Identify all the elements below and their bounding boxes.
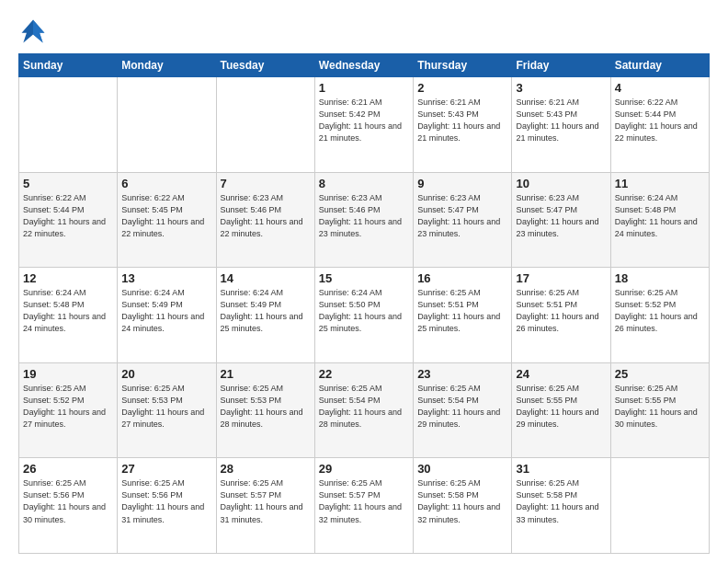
day-info: Sunrise: 6:25 AMSunset: 5:56 PMDaylight:… <box>121 477 211 525</box>
day-info: Sunrise: 6:25 AMSunset: 5:52 PMDaylight:… <box>23 383 113 431</box>
day-number: 15 <box>319 271 409 285</box>
day-info: Sunrise: 6:25 AMSunset: 5:57 PMDaylight:… <box>319 477 409 525</box>
calendar-day-cell: 9Sunrise: 6:23 AMSunset: 5:47 PMDaylight… <box>414 172 512 268</box>
day-number: 11 <box>615 177 705 190</box>
day-info: Sunrise: 6:24 AMSunset: 5:49 PMDaylight:… <box>221 287 311 335</box>
calendar-day-cell: 28Sunrise: 6:25 AMSunset: 5:57 PMDayligh… <box>216 458 314 554</box>
logo-icon <box>18 17 48 46</box>
calendar-day-cell: 25Sunrise: 6:25 AMSunset: 5:55 PMDayligh… <box>610 362 709 458</box>
day-info: Sunrise: 6:25 AMSunset: 5:51 PMDaylight:… <box>516 287 606 335</box>
calendar-day-cell: 13Sunrise: 6:24 AMSunset: 5:49 PMDayligh… <box>118 268 216 363</box>
day-info: Sunrise: 6:25 AMSunset: 5:54 PMDaylight:… <box>417 383 507 431</box>
day-number: 14 <box>221 271 311 285</box>
day-number: 12 <box>23 271 113 285</box>
day-info: Sunrise: 6:23 AMSunset: 5:47 PMDaylight:… <box>516 192 606 240</box>
header <box>18 17 710 46</box>
calendar-week-row: 19Sunrise: 6:25 AMSunset: 5:52 PMDayligh… <box>19 362 710 458</box>
day-number: 20 <box>121 367 211 381</box>
day-info: Sunrise: 6:22 AMSunset: 5:45 PMDaylight:… <box>121 192 211 240</box>
calendar-day-cell: 22Sunrise: 6:25 AMSunset: 5:54 PMDayligh… <box>314 362 413 458</box>
calendar-day-cell: 2Sunrise: 6:21 AMSunset: 5:43 PMDaylight… <box>414 77 512 173</box>
weekday-header-cell: Wednesday <box>314 54 413 77</box>
day-number: 2 <box>417 81 507 95</box>
day-number: 7 <box>221 177 311 190</box>
calendar-day-cell: 26Sunrise: 6:25 AMSunset: 5:56 PMDayligh… <box>19 458 118 554</box>
calendar-day-cell: 10Sunrise: 6:23 AMSunset: 5:47 PMDayligh… <box>512 172 610 268</box>
day-info: Sunrise: 6:24 AMSunset: 5:48 PMDaylight:… <box>615 192 705 240</box>
day-info: Sunrise: 6:25 AMSunset: 5:52 PMDaylight:… <box>615 287 705 335</box>
day-info: Sunrise: 6:22 AMSunset: 5:44 PMDaylight:… <box>615 97 705 144</box>
day-info: Sunrise: 6:25 AMSunset: 5:55 PMDaylight:… <box>516 383 606 431</box>
calendar-day-cell: 21Sunrise: 6:25 AMSunset: 5:53 PMDayligh… <box>216 362 314 458</box>
day-info: Sunrise: 6:24 AMSunset: 5:50 PMDaylight:… <box>319 287 409 335</box>
weekday-header-cell: Sunday <box>19 54 118 77</box>
calendar-day-cell: 19Sunrise: 6:25 AMSunset: 5:52 PMDayligh… <box>19 362 118 458</box>
day-info: Sunrise: 6:25 AMSunset: 5:53 PMDaylight:… <box>221 383 311 431</box>
day-info: Sunrise: 6:25 AMSunset: 5:55 PMDaylight:… <box>615 383 705 431</box>
calendar-body: 1Sunrise: 6:21 AMSunset: 5:42 PMDaylight… <box>19 77 710 554</box>
day-number: 4 <box>615 81 705 95</box>
calendar-day-cell <box>216 77 314 173</box>
day-info: Sunrise: 6:23 AMSunset: 5:47 PMDaylight:… <box>417 192 507 240</box>
calendar-day-cell: 1Sunrise: 6:21 AMSunset: 5:42 PMDaylight… <box>314 77 413 173</box>
day-info: Sunrise: 6:21 AMSunset: 5:43 PMDaylight:… <box>417 97 507 144</box>
calendar-day-cell: 27Sunrise: 6:25 AMSunset: 5:56 PMDayligh… <box>118 458 216 554</box>
calendar-day-cell: 6Sunrise: 6:22 AMSunset: 5:45 PMDaylight… <box>118 172 216 268</box>
day-info: Sunrise: 6:21 AMSunset: 5:43 PMDaylight:… <box>516 97 606 144</box>
day-number: 29 <box>319 462 409 476</box>
day-info: Sunrise: 6:24 AMSunset: 5:49 PMDaylight:… <box>121 287 211 335</box>
day-info: Sunrise: 6:22 AMSunset: 5:44 PMDaylight:… <box>23 192 113 240</box>
day-number: 10 <box>516 177 606 190</box>
day-number: 26 <box>23 462 113 476</box>
day-number: 6 <box>121 177 211 190</box>
calendar-day-cell: 17Sunrise: 6:25 AMSunset: 5:51 PMDayligh… <box>512 268 610 363</box>
calendar-day-cell <box>118 77 216 173</box>
calendar-day-cell: 20Sunrise: 6:25 AMSunset: 5:53 PMDayligh… <box>118 362 216 458</box>
calendar-day-cell: 23Sunrise: 6:25 AMSunset: 5:54 PMDayligh… <box>414 362 512 458</box>
calendar-day-cell: 30Sunrise: 6:25 AMSunset: 5:58 PMDayligh… <box>414 458 512 554</box>
day-info: Sunrise: 6:24 AMSunset: 5:48 PMDaylight:… <box>23 287 113 335</box>
day-number: 3 <box>516 81 606 95</box>
calendar-week-row: 26Sunrise: 6:25 AMSunset: 5:56 PMDayligh… <box>19 458 710 554</box>
weekday-header-cell: Thursday <box>414 54 512 77</box>
day-number: 31 <box>516 462 606 476</box>
weekday-header-cell: Saturday <box>610 54 709 77</box>
page: SundayMondayTuesdayWednesdayThursdayFrid… <box>0 0 728 563</box>
day-number: 17 <box>516 271 606 285</box>
day-info: Sunrise: 6:23 AMSunset: 5:46 PMDaylight:… <box>221 192 311 240</box>
calendar-day-cell: 16Sunrise: 6:25 AMSunset: 5:51 PMDayligh… <box>414 268 512 363</box>
day-number: 5 <box>23 177 113 190</box>
day-number: 25 <box>615 367 705 381</box>
day-number: 13 <box>121 271 211 285</box>
day-number: 18 <box>615 271 705 285</box>
day-number: 23 <box>417 367 507 381</box>
calendar-day-cell: 18Sunrise: 6:25 AMSunset: 5:52 PMDayligh… <box>610 268 709 363</box>
calendar-day-cell: 11Sunrise: 6:24 AMSunset: 5:48 PMDayligh… <box>610 172 709 268</box>
day-number: 19 <box>23 367 113 381</box>
day-info: Sunrise: 6:23 AMSunset: 5:46 PMDaylight:… <box>319 192 409 240</box>
calendar-day-cell: 4Sunrise: 6:22 AMSunset: 5:44 PMDaylight… <box>610 77 709 173</box>
calendar-day-cell <box>610 458 709 554</box>
day-info: Sunrise: 6:25 AMSunset: 5:53 PMDaylight:… <box>121 383 211 431</box>
day-info: Sunrise: 6:25 AMSunset: 5:51 PMDaylight:… <box>417 287 507 335</box>
day-number: 28 <box>221 462 311 476</box>
day-info: Sunrise: 6:25 AMSunset: 5:56 PMDaylight:… <box>23 477 113 525</box>
day-info: Sunrise: 6:25 AMSunset: 5:57 PMDaylight:… <box>221 477 311 525</box>
calendar-week-row: 1Sunrise: 6:21 AMSunset: 5:42 PMDaylight… <box>19 77 710 173</box>
day-number: 8 <box>319 177 409 190</box>
day-number: 22 <box>319 367 409 381</box>
day-info: Sunrise: 6:25 AMSunset: 5:58 PMDaylight:… <box>516 477 606 525</box>
weekday-header-row: SundayMondayTuesdayWednesdayThursdayFrid… <box>19 54 710 77</box>
weekday-header-cell: Tuesday <box>216 54 314 77</box>
calendar-day-cell: 5Sunrise: 6:22 AMSunset: 5:44 PMDaylight… <box>19 172 118 268</box>
weekday-header-cell: Friday <box>512 54 610 77</box>
calendar-table: SundayMondayTuesdayWednesdayThursdayFrid… <box>18 53 710 554</box>
day-number: 30 <box>417 462 507 476</box>
calendar-day-cell: 29Sunrise: 6:25 AMSunset: 5:57 PMDayligh… <box>314 458 413 554</box>
day-number: 9 <box>417 177 507 190</box>
day-info: Sunrise: 6:25 AMSunset: 5:54 PMDaylight:… <box>319 383 409 431</box>
calendar-week-row: 5Sunrise: 6:22 AMSunset: 5:44 PMDaylight… <box>19 172 710 268</box>
day-number: 1 <box>319 81 409 95</box>
day-number: 21 <box>221 367 311 381</box>
calendar-day-cell: 24Sunrise: 6:25 AMSunset: 5:55 PMDayligh… <box>512 362 610 458</box>
